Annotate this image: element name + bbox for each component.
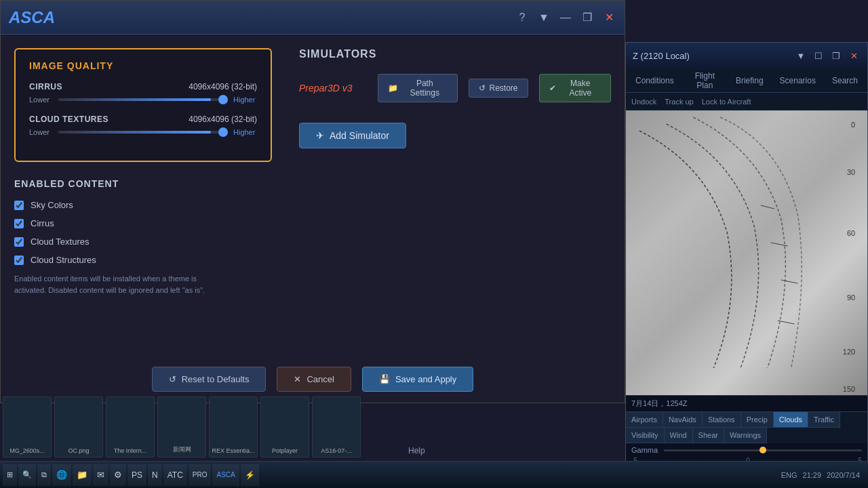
cloud-textures-label-row: CLOUD TEXTURES 4096x4096 (32-bit) (29, 115, 257, 124)
help-button[interactable]: ? (515, 10, 530, 25)
restore-sim-button[interactable]: ↺ Restore (469, 79, 528, 98)
taskbar-start[interactable]: ⊞ (3, 464, 17, 486)
fs-tab-flightplan[interactable]: Flight Plan (684, 68, 726, 93)
desktop-thumb-3[interactable]: The Intern... (106, 396, 155, 458)
undock-link[interactable]: Undock (631, 98, 656, 106)
enabled-content-title: ENABLED CONTENT (14, 178, 272, 189)
fs-tab-briefing[interactable]: Briefing (729, 73, 770, 88)
desktop-thumb-7[interactable]: AS16-07-... (312, 396, 361, 458)
fs-undock-bar: Undock Track up Lock to Aircraft (626, 93, 867, 110)
restore-button[interactable]: ❒ (580, 10, 595, 25)
cloud-textures-slider-track[interactable] (58, 131, 228, 134)
title-controls: ? ▼ — ❒ ✕ (515, 10, 616, 25)
fs-dropdown-button[interactable]: ▼ (794, 49, 808, 62)
add-simulator-button[interactable]: ✈ Add Simulator (299, 123, 406, 148)
fs-toolbar: Conditions Flight Plan Briefing Scenario… (626, 68, 867, 93)
add-sim-label: Add Simulator (330, 130, 389, 141)
taskbar-misc[interactable]: ⚡ (241, 464, 259, 486)
taskbar-folder[interactable]: 📁 (73, 464, 92, 486)
fs-tab-wind[interactable]: Wind (665, 428, 693, 443)
taskbar-settings[interactable]: ⚙ (110, 464, 126, 486)
cirrus-slider-container: Lower Higher (29, 96, 257, 104)
taskbar-app1[interactable]: PS (127, 464, 146, 486)
taskbar-app4[interactable]: PRO (189, 464, 212, 486)
cloud-textures-label: CLOUD TEXTURES (29, 115, 108, 124)
left-panel: IMAGE QUALITY CIRRUS 4096x4096 (32-bit) … (14, 48, 272, 345)
flightsim-titlebar: Z (2120 Local) ▼ ☐ ❒ ✕ (626, 43, 867, 68)
cloud-structures-checkbox[interactable] (14, 256, 24, 265)
fs-restore2-button[interactable]: ❒ (829, 49, 843, 62)
fs-map-area[interactable]: 0 30 60 90 120 150 (626, 110, 867, 395)
desktop-thumb-1[interactable]: MG_2600s... (3, 396, 52, 458)
add-sim-icon: ✈ (316, 130, 324, 141)
fs-date-bar: 7月14日，1254Z (626, 395, 867, 411)
cloud-structures-item: Cloud Structures (14, 255, 272, 265)
cirrus-label-row: CIRRUS 4096x4096 (32-bit) (29, 82, 257, 92)
cirrus-checkbox[interactable] (14, 219, 24, 228)
fs-tab-visibility[interactable]: Visibility (626, 428, 665, 443)
cloud-textures-checkbox[interactable] (14, 237, 24, 247)
taskbar-asca[interactable]: ASCA (212, 464, 239, 486)
fs-tab-traffic[interactable]: Traffic (808, 412, 840, 428)
desktop-thumb-5[interactable]: REX Essentia... (209, 396, 258, 458)
fs-tab-shear[interactable]: Shear (693, 428, 724, 443)
gamma-thumb[interactable] (760, 447, 766, 453)
taskbar-right: ENG 21:29 2020/7/14 (781, 471, 865, 479)
flightsim-title: Z (2120 Local) (633, 51, 790, 61)
make-active-label: Make Active (560, 79, 601, 98)
desktop-thumb-4[interactable]: 新闻网 (157, 396, 206, 458)
taskbar-app3[interactable]: ATC (163, 464, 187, 486)
minimize-button[interactable]: — (558, 10, 573, 25)
fs-tab-airports[interactable]: Airports (626, 412, 663, 428)
lock-aircraft-link[interactable]: Lock to Aircraft (702, 98, 751, 106)
flightsim-window: Z (2120 Local) ▼ ☐ ❒ ✕ Conditions Flight… (625, 42, 868, 488)
cirrus-slider-track[interactable] (58, 98, 228, 101)
fs-tab-stations[interactable]: Stations (703, 412, 741, 428)
fs-tab-warnings[interactable]: Warnings (724, 428, 767, 443)
desktop-thumb-2[interactable]: OC.png (54, 396, 103, 458)
fs-tab-scenarios[interactable]: Scenarios (773, 73, 823, 88)
taskbar-task-view[interactable]: ⧉ (37, 464, 51, 486)
cloud-textures-content-label: Cloud Textures (31, 237, 89, 247)
fs-tab-clouds[interactable]: Clouds (774, 412, 808, 428)
start-icon: ⊞ (7, 470, 13, 479)
reset-defaults-button[interactable]: ↺ Reset to Defaults (152, 367, 267, 392)
cirrus-value: 4096x4096 (32-bit) (189, 82, 257, 92)
fs-tab-navaids[interactable]: NavAids (663, 412, 703, 428)
cloud-textures-value: 4096x4096 (32-bit) (189, 115, 257, 124)
svg-line-2 (781, 280, 798, 283)
fs-tab-precip[interactable]: Precip (741, 412, 774, 428)
track-up-link[interactable]: Track up (665, 98, 693, 106)
cirrus-slider-fill (58, 98, 211, 101)
cirrus-content-label: Cirrus (31, 218, 54, 228)
taskbar-ie[interactable]: 🌐 (52, 464, 71, 486)
svg-text:60: 60 (847, 229, 855, 237)
task-view-icon: ⧉ (41, 470, 47, 479)
fs-restore1-button[interactable]: ☐ (812, 49, 825, 62)
make-active-button[interactable]: ✔ Make Active (539, 74, 611, 102)
cancel-button[interactable]: ✕ Cancel (277, 367, 351, 392)
cloud-textures-slider-fill (58, 131, 211, 134)
taskbar-mail[interactable]: ✉ (93, 464, 108, 486)
sky-colors-checkbox[interactable] (14, 201, 24, 210)
path-settings-button[interactable]: 📁 Path Settings (378, 74, 458, 102)
taskbar-search[interactable]: 🔍 (18, 464, 36, 486)
close-button[interactable]: ✕ (601, 10, 616, 25)
desktop-thumb-6[interactable]: Potplayer (260, 396, 309, 458)
cirrus-lower-label: Lower (29, 96, 53, 104)
reset-label: Reset to Defaults (182, 374, 250, 384)
svg-line-0 (761, 205, 774, 209)
fs-tab-conditions[interactable]: Conditions (629, 73, 681, 88)
gamma-slider-track[interactable] (664, 449, 862, 451)
fs-tab-search[interactable]: Search (825, 73, 865, 88)
help-button-bottom[interactable]: Help (408, 446, 425, 455)
cloud-textures-slider-container: Lower Higher (29, 128, 257, 136)
cirrus-slider-thumb[interactable] (218, 95, 228, 104)
fs-close-button[interactable]: ✕ (847, 49, 861, 62)
asca-logo: ASCA (9, 8, 55, 27)
taskbar-app2[interactable]: N (148, 464, 162, 486)
cloud-textures-slider-thumb[interactable] (218, 127, 228, 137)
save-apply-button[interactable]: 💾 Save and Apply (362, 367, 473, 392)
restore-sim-label: Restore (490, 83, 518, 93)
dropdown-button[interactable]: ▼ (536, 10, 551, 25)
